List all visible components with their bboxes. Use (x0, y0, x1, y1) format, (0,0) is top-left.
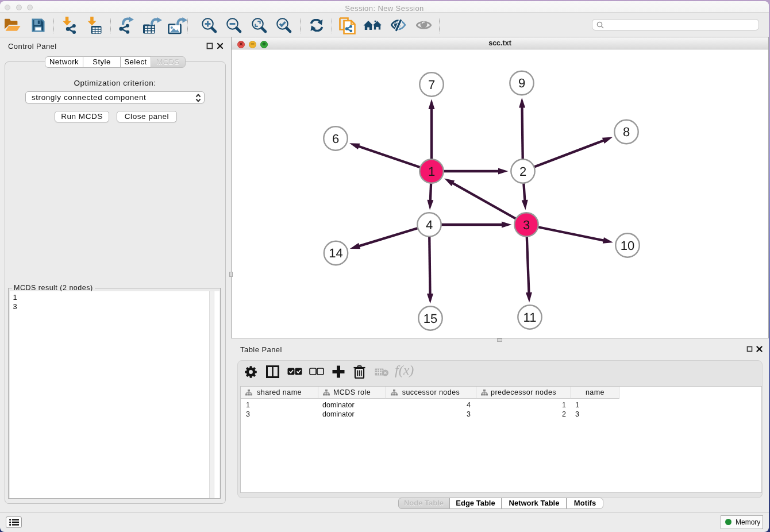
svg-text:2: 2 (519, 164, 526, 179)
svg-text:6: 6 (332, 132, 339, 146)
svg-text:7: 7 (428, 78, 435, 92)
svg-text:8: 8 (623, 125, 630, 139)
svg-text:10: 10 (621, 238, 634, 253)
svg-text:14: 14 (329, 246, 342, 260)
svg-text:3: 3 (523, 218, 530, 232)
svg-text:4: 4 (426, 218, 433, 232)
svg-text:15: 15 (424, 311, 437, 326)
svg-text:9: 9 (518, 76, 525, 90)
svg-text:1: 1 (428, 164, 435, 179)
svg-text:11: 11 (523, 310, 537, 325)
